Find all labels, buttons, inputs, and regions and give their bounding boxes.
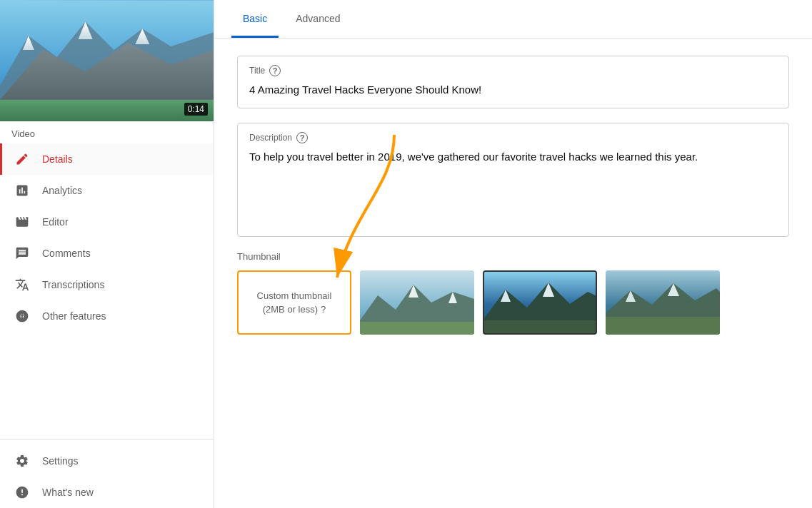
description-field-group[interactable]: Description ? To help you travel better …: [237, 123, 789, 237]
thumbnail-section: Thumbnail Custom thumbnail: [237, 251, 789, 335]
sidebar-item-label-details: Details: [42, 153, 73, 165]
exclamation-icon: [14, 484, 31, 501]
title-label: Title ?: [249, 65, 777, 76]
sidebar-item-transcriptions[interactable]: Transcriptions: [0, 269, 214, 300]
svg-rect-18: [484, 320, 597, 335]
svg-rect-23: [606, 317, 720, 335]
description-label: Description ?: [249, 132, 777, 143]
svg-rect-6: [0, 100, 214, 121]
translate-icon: [14, 276, 31, 293]
badge-icon: [14, 308, 31, 325]
sidebar-item-editor[interactable]: Editor: [0, 206, 214, 238]
custom-thumbnail-button[interactable]: Custom thumbnail (2MB or less) ?: [237, 270, 351, 335]
sidebar-item-analytics[interactable]: Analytics: [0, 175, 214, 206]
tabs-header: Basic Advanced: [214, 0, 812, 39]
sidebar-item-label-editor: Editor: [42, 216, 69, 228]
thumbnail-option-3[interactable]: [606, 270, 720, 335]
sidebar-item-label-transcriptions: Transcriptions: [42, 279, 104, 290]
video-duration: 0:14: [184, 103, 208, 116]
sidebar-item-label-comments: Comments: [42, 248, 91, 259]
pencil-icon: [14, 151, 31, 168]
sidebar-item-label-analytics: Analytics: [42, 185, 82, 196]
bar-chart-icon: [14, 182, 31, 199]
sidebar-item-label-settings: Settings: [42, 455, 79, 467]
tab-advanced[interactable]: Advanced: [284, 0, 351, 38]
title-help-icon[interactable]: ?: [269, 65, 281, 76]
sidebar-item-label-other-features: Other features: [42, 310, 106, 322]
custom-thumbnail-sublabel: (2MB or less): [263, 304, 318, 315]
description-help-icon[interactable]: ?: [296, 132, 308, 143]
thumbnail-label: Thumbnail: [237, 251, 789, 262]
thumbnail-option-2[interactable]: [483, 270, 597, 335]
title-value: 4 Amazing Travel Hacks Everyone Should K…: [249, 82, 777, 99]
sidebar-item-settings[interactable]: Settings: [0, 445, 214, 477]
description-value: To help you travel better in 2019, we've…: [249, 149, 777, 166]
thumbnail-options: Custom thumbnail (2MB or less) ?: [237, 270, 789, 335]
sidebar-nav: Details Analytics Editor Comments: [0, 143, 214, 508]
sidebar-item-details[interactable]: Details: [0, 143, 214, 175]
sidebar-item-comments[interactable]: Comments: [0, 238, 214, 269]
main-content: Basic Advanced Title ? 4 Amazing Travel …: [214, 0, 812, 508]
sidebar-item-whats-new[interactable]: What's new: [0, 477, 214, 508]
sidebar-item-other-features[interactable]: Other features: [0, 300, 214, 332]
sidebar: 0:14 Video Details Analytics Editor: [0, 0, 214, 508]
chat-icon: [14, 245, 31, 262]
title-field-group[interactable]: Title ? 4 Amazing Travel Hacks Everyone …: [237, 56, 789, 108]
film-icon: [14, 213, 31, 230]
sidebar-item-label-whats-new: What's new: [42, 487, 94, 498]
content-area: Title ? 4 Amazing Travel Hacks Everyone …: [214, 39, 812, 508]
thumbnail-option-1[interactable]: [360, 270, 474, 335]
video-label: Video: [0, 121, 214, 143]
tab-basic[interactable]: Basic: [231, 0, 279, 38]
nav-divider: [0, 439, 214, 440]
custom-thumbnail-label: Custom thumbnail: [257, 290, 332, 301]
gear-icon: [14, 452, 31, 469]
video-thumbnail: 0:14: [0, 0, 214, 121]
thumbnail-help-icon[interactable]: ?: [321, 304, 326, 315]
svg-rect-13: [360, 322, 474, 335]
